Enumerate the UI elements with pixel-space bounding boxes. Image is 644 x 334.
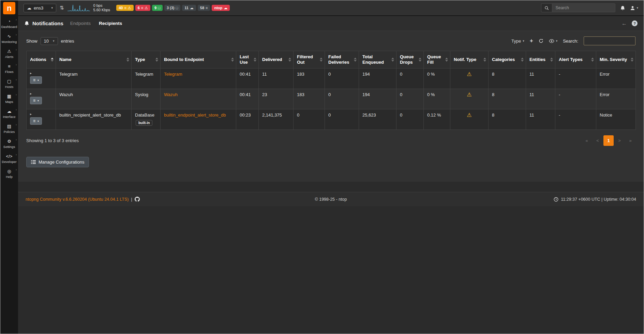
footer-right: 11:29:37 +0600 UTC | Uptime: 04:30:04 (347, 197, 636, 202)
sidebar-item-policies[interactable]: ▤Policies› (0, 121, 18, 136)
chevron-right-icon: › (16, 33, 17, 36)
column-header-filtered-out[interactable]: Filtered Out (294, 51, 325, 69)
column-header-queue-fill[interactable]: Queue Fill (424, 51, 450, 69)
row-expander-icon[interactable]: ▸ (30, 92, 52, 95)
cell-entities: 11 (526, 89, 555, 109)
sidebar-item-dashboard[interactable]: ◔Dashboard› (0, 16, 18, 31)
warning-icon: ⚠ (467, 92, 471, 97)
sidebar-item-settings[interactable]: ⚙Settings› (0, 136, 18, 151)
manage-configurations-button[interactable]: Manage Configurations (26, 157, 89, 167)
row-actions-menu-button[interactable]: ≡▾ (30, 76, 42, 84)
tab-recipients[interactable]: Recipients (99, 21, 122, 26)
column-label: Type (135, 57, 145, 62)
cell-type: DataBasebuilt-in (132, 109, 161, 130)
sort-icon (391, 58, 394, 62)
cloud-icon: ☁ (27, 5, 31, 11)
page-size-select[interactable]: 10 ▾ (41, 37, 58, 45)
help-icon[interactable]: ? (632, 20, 638, 26)
column-header-actions[interactable]: Actions (27, 51, 56, 69)
topbar-badge-3-3-3[interactable]: 3 (3)□ (164, 5, 180, 11)
cell-categories: 8 (489, 89, 526, 109)
cell-queue-fill: 0 % (424, 89, 450, 109)
page-button-1[interactable]: 1 (603, 135, 614, 146)
tab-endpoints[interactable]: Endpoints (70, 21, 91, 26)
cell-min-severity: Error (596, 69, 636, 89)
column-header-notif-type[interactable]: Notif. Type (450, 51, 489, 69)
cell-queue-drops: 0 (396, 109, 424, 130)
cell-queue-drops: 0 (396, 69, 424, 89)
badge-icon: ≡ (206, 6, 208, 10)
column-header-alert-types[interactable]: Alert Types (555, 51, 596, 69)
sidebar-item-interface[interactable]: ☁Interface› (0, 106, 18, 121)
sidebar-item-hosts[interactable]: ▢Hosts› (0, 76, 18, 91)
main-column: ☁ ens3 ▾ ⇅ 0 bps 5.60 Kbps 40≡⚠6≡⚠9□3 (3… (18, 0, 644, 334)
chevron-right-icon: › (16, 123, 17, 126)
column-header-failed-deliveries[interactable]: Failed Deliveries (325, 51, 359, 69)
row-actions-menu-button[interactable]: ≡▾ (30, 117, 42, 125)
column-header-min-severity[interactable]: Min. Severity (596, 51, 636, 69)
table-search-input[interactable] (584, 36, 635, 45)
endpoint-link[interactable]: Wazuh (164, 92, 178, 97)
cell-min-severity: Error (596, 89, 636, 109)
topbar-badge-40-0[interactable]: 40≡⚠ (116, 5, 134, 11)
topbar-badge-ntop-6[interactable]: ntop☁ (212, 5, 230, 11)
cell-notif-type: ⚠ (450, 109, 489, 130)
github-icon[interactable] (135, 197, 140, 202)
chevron-right-icon: › (16, 48, 17, 51)
gauge-icon: ◔ (8, 19, 11, 24)
column-visibility-dropdown[interactable]: ▾ (549, 39, 558, 43)
sidebar-item-label: Flows (5, 70, 14, 74)
version-link[interactable]: ntopng Community v.6.6.260204 (Ubuntu 24… (26, 197, 129, 202)
page-size-value: 10 (44, 39, 49, 44)
chevron-down-icon: ▾ (556, 39, 558, 43)
empty-area (18, 206, 644, 334)
column-header-queue-drops[interactable]: Queue Drops (396, 51, 424, 69)
sidebar-item-developer[interactable]: </>Developer› (0, 151, 18, 166)
ntop-logo[interactable]: n (3, 2, 15, 14)
warning-icon: ⚠ (467, 112, 471, 118)
sort-icon (126, 58, 129, 62)
sidebar-item-monitoring[interactable]: ∿Monitoring› (0, 31, 18, 46)
column-header-categories[interactable]: Categories (489, 51, 526, 69)
topbar-badge-11-4[interactable]: 11☁ (182, 5, 196, 11)
topbar-badge-9-2[interactable]: 9□ (152, 5, 163, 11)
refresh-button[interactable] (539, 39, 543, 43)
topbar-badge-58-5[interactable]: 58≡ (198, 5, 210, 11)
interface-select[interactable]: ☁ ens3 ▾ (24, 4, 56, 12)
cell-alert-types: - (555, 109, 596, 130)
type-filter-dropdown[interactable]: Type ▾ (511, 39, 524, 44)
user-menu-icon[interactable]: ▾ (630, 5, 638, 11)
search-icon (541, 3, 552, 12)
sidebar-item-maps[interactable]: ▦Maps› (0, 91, 18, 106)
column-header-last-use[interactable]: Last Use (236, 51, 259, 69)
global-search (541, 3, 615, 12)
cell-delivered: 2,141,375 (259, 109, 294, 130)
row-expander-icon[interactable]: ▸ (30, 72, 52, 75)
add-recipient-button[interactable]: + (530, 37, 533, 44)
recipient-type: Syslog (135, 92, 157, 97)
sort-icon (591, 58, 594, 62)
row-expander-icon[interactable]: ▸ (30, 112, 52, 116)
cell-endpoint: Wazuh (161, 89, 236, 109)
sidebar-item-label: Dashboard (1, 25, 17, 29)
topbar-badge-6-1[interactable]: 6≡⚠ (135, 5, 150, 11)
column-header-total-enqueued[interactable]: Total Enqueued (359, 51, 396, 69)
global-search-input[interactable] (552, 3, 615, 12)
endpoint-link[interactable]: Telegram (164, 72, 182, 77)
sidebar-item-alerts[interactable]: ⚠Alerts› (0, 46, 18, 61)
row-actions-menu-button[interactable]: ≡▾ (30, 97, 42, 104)
column-header-bound-to-endpoint[interactable]: Bound to Endpoint (161, 51, 236, 69)
back-arrow-icon[interactable]: ← (621, 20, 627, 27)
column-header-type[interactable]: Type (132, 51, 161, 69)
column-header-entities[interactable]: Entities (526, 51, 555, 69)
notifications-bell-icon[interactable] (620, 5, 625, 11)
waveform-icon: ∿ (8, 34, 11, 39)
column-label: Last Use (240, 54, 249, 65)
endpoint-link[interactable]: builtin_endpoint_alert_store_db (164, 112, 226, 118)
sidebar-item-label: Maps (5, 100, 13, 104)
sidebar-item-help[interactable]: ◎Help› (0, 166, 18, 181)
column-header-name[interactable]: Name (56, 51, 132, 69)
column-header-delivered[interactable]: Delivered (259, 51, 294, 69)
sidebar-item-flows[interactable]: ≡Flows› (0, 61, 18, 76)
refresh-icon (539, 39, 543, 43)
